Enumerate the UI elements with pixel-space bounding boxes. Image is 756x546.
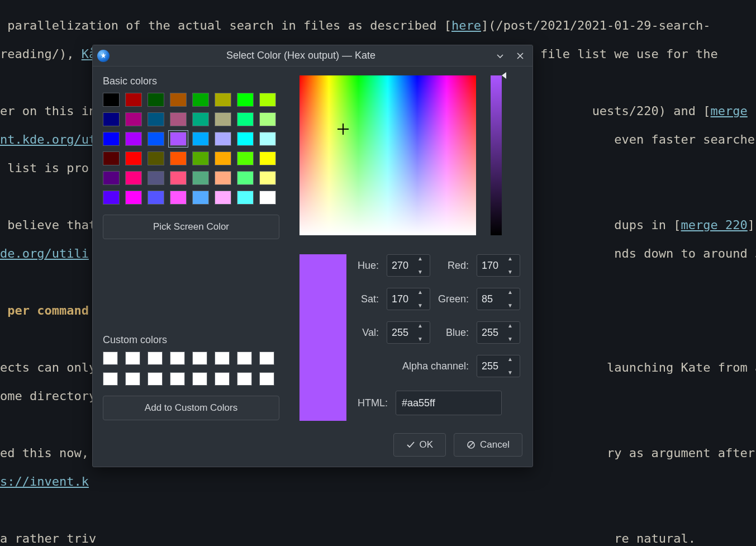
link-here[interactable]: here [451, 18, 481, 32]
basic-color-swatch[interactable] [103, 191, 120, 205]
basic-color-swatch[interactable] [259, 132, 276, 146]
basic-color-swatch[interactable] [170, 151, 187, 165]
basic-color-swatch[interactable] [215, 112, 231, 126]
chevron-up-icon[interactable]: ▲ [507, 323, 517, 329]
basic-color-swatch[interactable] [215, 191, 231, 205]
alpha-spinbox[interactable]: ▲▼ [477, 355, 520, 377]
basic-color-swatch[interactable] [192, 191, 209, 205]
chevron-down-icon[interactable]: ▼ [417, 269, 427, 275]
custom-color-swatch[interactable] [125, 352, 140, 365]
basic-color-swatch[interactable] [237, 191, 254, 205]
basic-color-swatch[interactable] [103, 132, 120, 146]
custom-color-swatch[interactable] [237, 352, 252, 365]
basic-color-swatch[interactable] [237, 112, 254, 126]
basic-color-swatch[interactable] [170, 132, 187, 146]
basic-color-swatch[interactable] [259, 191, 276, 205]
basic-color-swatch[interactable] [170, 191, 187, 205]
basic-color-swatch[interactable] [125, 112, 142, 126]
val-spinbox[interactable]: ▲▼ [387, 321, 430, 344]
custom-color-swatch[interactable] [125, 372, 140, 386]
blue-spinbox[interactable]: ▲▼ [477, 321, 520, 344]
basic-color-swatch[interactable] [215, 151, 231, 165]
basic-color-swatch[interactable] [192, 171, 209, 185]
link-kde-util[interactable]: de.org/utili [0, 246, 89, 260]
basic-color-swatch[interactable] [125, 191, 142, 205]
hue-sat-plane[interactable] [299, 75, 476, 235]
sat-spinbox[interactable]: ▲▼ [387, 288, 430, 310]
html-color-input[interactable] [396, 391, 502, 415]
custom-color-swatch[interactable] [215, 352, 230, 365]
basic-color-swatch[interactable] [192, 151, 209, 165]
window-close-button[interactable] [512, 48, 528, 64]
basic-color-swatch[interactable] [103, 93, 120, 107]
custom-color-swatch[interactable] [237, 372, 252, 386]
basic-color-swatch[interactable] [170, 112, 187, 126]
custom-color-swatch[interactable] [148, 352, 163, 365]
link-merge[interactable]: merge [711, 104, 748, 118]
chevron-down-icon[interactable]: ▼ [417, 336, 427, 342]
custom-color-swatch[interactable] [170, 372, 185, 386]
link-kde[interactable]: nt.kde.org/ut [0, 132, 96, 146]
red-spinbox[interactable]: ▲▼ [477, 254, 520, 277]
basic-color-swatch[interactable] [148, 191, 164, 205]
basic-color-swatch[interactable] [125, 171, 142, 185]
value-slider[interactable] [491, 75, 502, 235]
basic-color-swatch[interactable] [237, 151, 254, 165]
basic-color-swatch[interactable] [148, 112, 164, 126]
link-merge-220[interactable]: merge 220 [681, 218, 748, 232]
basic-color-swatch[interactable] [215, 132, 231, 146]
basic-color-swatch[interactable] [125, 151, 142, 165]
basic-color-swatch[interactable] [148, 171, 164, 185]
custom-color-swatch[interactable] [259, 352, 274, 365]
ok-button[interactable]: OK [393, 433, 446, 457]
chevron-down-icon[interactable]: ▼ [507, 370, 517, 376]
green-spinbox[interactable]: ▲▼ [477, 288, 520, 310]
basic-color-swatch[interactable] [103, 112, 120, 126]
custom-color-swatch[interactable] [170, 352, 185, 365]
basic-color-swatch[interactable] [170, 171, 187, 185]
basic-color-swatch[interactable] [259, 112, 276, 126]
basic-color-swatch[interactable] [237, 93, 254, 107]
basic-color-swatch[interactable] [259, 93, 276, 107]
hue-spinbox[interactable]: ▲▼ [387, 254, 430, 277]
custom-color-swatch[interactable] [215, 372, 230, 386]
custom-color-swatch[interactable] [192, 372, 207, 386]
link-invent[interactable]: s://invent.k [0, 474, 89, 488]
basic-color-swatch[interactable] [215, 93, 231, 107]
chevron-up-icon[interactable]: ▲ [417, 289, 427, 295]
basic-color-swatch[interactable] [125, 93, 142, 107]
basic-color-swatch[interactable] [148, 132, 164, 146]
chevron-down-icon[interactable]: ▼ [507, 336, 517, 342]
custom-color-swatch[interactable] [259, 372, 274, 386]
chevron-up-icon[interactable]: ▲ [417, 256, 427, 262]
chevron-down-icon[interactable]: ▼ [507, 303, 517, 308]
basic-color-swatch[interactable] [148, 93, 164, 107]
basic-color-swatch[interactable] [237, 171, 254, 185]
basic-color-swatch[interactable] [237, 132, 254, 146]
basic-color-swatch[interactable] [192, 93, 209, 107]
basic-color-swatch[interactable] [125, 132, 142, 146]
basic-color-swatch[interactable] [103, 171, 120, 185]
custom-color-swatch[interactable] [192, 352, 207, 365]
cancel-button[interactable]: Cancel [454, 433, 522, 457]
window-minimize-button[interactable] [492, 48, 508, 64]
custom-color-swatch[interactable] [103, 352, 118, 365]
chevron-down-icon[interactable]: ▼ [507, 269, 517, 275]
chevron-down-icon[interactable]: ▼ [417, 303, 427, 308]
chevron-up-icon[interactable]: ▲ [507, 289, 517, 295]
chevron-up-icon[interactable]: ▲ [507, 256, 517, 262]
basic-color-swatch[interactable] [259, 171, 276, 185]
chevron-up-icon[interactable]: ▲ [507, 357, 517, 362]
custom-color-swatch[interactable] [103, 372, 118, 386]
pick-screen-color-button[interactable]: Pick Screen Color [103, 215, 279, 239]
basic-color-swatch[interactable] [170, 93, 187, 107]
basic-color-swatch[interactable] [215, 171, 231, 185]
basic-color-swatch[interactable] [103, 151, 120, 165]
add-to-custom-button[interactable]: Add to Custom Colors [103, 396, 279, 420]
basic-color-swatch[interactable] [148, 151, 164, 165]
basic-color-swatch[interactable] [259, 151, 276, 165]
chevron-up-icon[interactable]: ▲ [417, 323, 427, 329]
basic-color-swatch[interactable] [192, 112, 209, 126]
basic-color-swatch[interactable] [192, 132, 209, 146]
custom-color-swatch[interactable] [148, 372, 163, 386]
